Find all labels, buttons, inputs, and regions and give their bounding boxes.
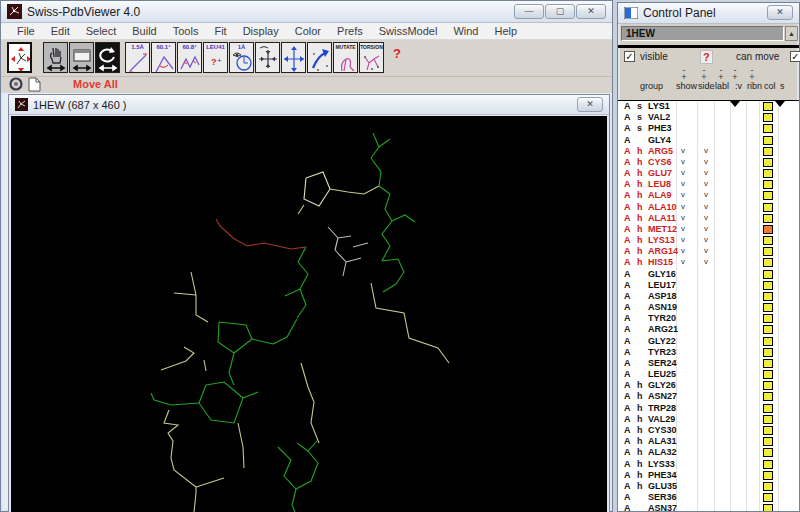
residue-row-leu17[interactable]: ALEU17 xyxy=(618,280,799,291)
residue-color-box[interactable] xyxy=(763,303,773,312)
residue-color-box[interactable] xyxy=(763,482,773,491)
residue-rname[interactable]: ALA32 xyxy=(648,447,677,457)
residue-row-tyr23[interactable]: ATYR23 xyxy=(618,347,799,358)
residue-rname[interactable]: LEU25 xyxy=(648,369,676,379)
layer-selector[interactable]: 1HEW xyxy=(621,26,784,41)
residue-color-box[interactable] xyxy=(763,404,773,413)
residue-rname[interactable]: GLU35 xyxy=(648,481,677,491)
residue-rname[interactable]: PHE34 xyxy=(648,470,677,480)
menu-fit[interactable]: Fit xyxy=(206,24,234,38)
measure-torsion-icon[interactable]: 60.8° xyxy=(177,42,202,73)
menu-tools[interactable]: Tools xyxy=(165,24,207,38)
residue-rname[interactable]: GLY4 xyxy=(648,135,671,145)
maximize-button[interactable]: ▢ xyxy=(545,4,575,19)
column-labl-toggle[interactable]: -+ xyxy=(714,67,728,81)
residue-rname[interactable]: GLU7 xyxy=(648,168,672,178)
residue-row-ala31[interactable]: AhALA31 xyxy=(618,436,799,447)
residue-color-box[interactable] xyxy=(763,203,773,212)
residue-rname[interactable]: ALA31 xyxy=(648,436,677,446)
residue-row-asn37[interactable]: AASN37 xyxy=(618,503,799,511)
residue-color-box[interactable] xyxy=(763,471,773,480)
residue-color-box[interactable] xyxy=(763,493,773,502)
new-document-icon[interactable] xyxy=(28,77,41,92)
rotate-icon[interactable] xyxy=(95,42,120,73)
pick-arrow-icon[interactable] xyxy=(307,42,332,73)
residue-row-arg21[interactable]: AARG21 xyxy=(618,324,799,335)
residue-rname[interactable]: HIS15 xyxy=(648,257,673,267)
residue-row-ser36[interactable]: ASER36 xyxy=(618,492,799,503)
residue-row-phe3[interactable]: AsPHE3 xyxy=(618,123,799,134)
residue-row-leu8[interactable]: AhLEU8vv xyxy=(618,179,799,190)
control-panel-titlebar[interactable]: Control Panel ✕ xyxy=(618,3,799,24)
menu-color[interactable]: Color xyxy=(287,24,329,38)
residue-row-gly22[interactable]: AGLY22 xyxy=(618,336,799,347)
mutate-icon[interactable]: MUTATE xyxy=(333,42,358,73)
residue-row-tyr20[interactable]: ATYR20 xyxy=(618,313,799,324)
residue-rname[interactable]: ALA11 xyxy=(648,213,676,223)
residue-rname[interactable]: LYS1 xyxy=(648,101,670,111)
residue-color-box[interactable] xyxy=(763,359,773,368)
residue-color-box[interactable] xyxy=(763,136,773,145)
residue-row-lys33[interactable]: AhLYS33 xyxy=(618,459,799,470)
residue-row-gly16[interactable]: AGLY16 xyxy=(618,269,799,280)
residue-rname[interactable]: ALA9 xyxy=(648,190,672,200)
residue-color-box[interactable] xyxy=(763,370,773,379)
residue-row-ala9[interactable]: AhALA9vv xyxy=(618,190,799,201)
residue-row-ala32[interactable]: AhALA32 xyxy=(618,447,799,458)
residue-color-box[interactable] xyxy=(763,258,773,267)
residue-row-asn19[interactable]: AASN19 xyxy=(618,302,799,313)
residue-row-trp28[interactable]: AhTRP28 xyxy=(618,403,799,414)
visible-checkbox[interactable]: ✓ xyxy=(624,51,635,62)
menu-file[interactable]: File xyxy=(9,24,43,38)
residue-color-box[interactable] xyxy=(763,381,773,390)
translate-hand-icon[interactable] xyxy=(43,42,68,73)
residue-row-ala10[interactable]: AhALA10vv xyxy=(618,202,799,213)
residue-row-arg5[interactable]: AhARG5vv xyxy=(618,146,799,157)
residue-rname[interactable]: ARG21 xyxy=(648,324,678,334)
residue-row-asp18[interactable]: AASP18 xyxy=(618,291,799,302)
column-v-toggle[interactable]: -+ xyxy=(728,67,742,81)
residue-color-box[interactable] xyxy=(763,437,773,446)
residue-row-leu25[interactable]: ALEU25 xyxy=(618,369,799,380)
structure-close-button[interactable]: ✕ xyxy=(577,97,603,112)
residue-color-box[interactable] xyxy=(763,426,773,435)
residue-color-box[interactable] xyxy=(763,124,773,133)
residue-color-box[interactable] xyxy=(763,247,773,256)
column-side-toggle[interactable]: -+ xyxy=(697,67,711,81)
minimize-button[interactable]: — xyxy=(514,4,544,19)
residue-color-box[interactable] xyxy=(763,392,773,401)
residue-rname[interactable]: SER36 xyxy=(648,492,677,502)
menu-wind[interactable]: Wind xyxy=(445,24,486,38)
label-residue-icon[interactable]: LEU41?+ xyxy=(203,42,228,73)
column-ribn-toggle[interactable]: -+ xyxy=(745,67,759,81)
residue-row-arg14[interactable]: AhARG14vv xyxy=(618,246,799,257)
residue-color-box[interactable] xyxy=(763,113,773,122)
move-molecule-icon[interactable] xyxy=(281,42,306,73)
residue-rname[interactable]: ASP18 xyxy=(648,291,677,301)
residue-color-box[interactable] xyxy=(763,325,773,334)
residue-rname[interactable]: LEU8 xyxy=(648,179,671,189)
residue-rname[interactable]: VAL2 xyxy=(648,112,670,122)
menu-swissmodel[interactable]: SwissModel xyxy=(371,24,446,38)
residue-row-glu7[interactable]: AhGLU7vv xyxy=(618,168,799,179)
residue-rname[interactable]: TYR23 xyxy=(648,347,676,357)
menu-build[interactable]: Build xyxy=(124,24,164,38)
residue-color-box[interactable] xyxy=(763,169,773,178)
residue-color-box[interactable] xyxy=(763,270,773,279)
residue-row-lys13[interactable]: AhLYS13vv xyxy=(618,235,799,246)
zoom-window-icon[interactable] xyxy=(69,42,94,73)
menu-prefs[interactable]: Prefs xyxy=(329,24,371,38)
main-titlebar[interactable]: Swiss-PdbViewer 4.0 — ▢ ✕ xyxy=(1,1,612,23)
residue-rname[interactable]: LEU17 xyxy=(648,280,676,290)
residue-color-box[interactable] xyxy=(763,225,773,234)
residue-color-box[interactable] xyxy=(763,448,773,457)
residue-rname[interactable]: LYS33 xyxy=(648,459,675,469)
residue-color-box[interactable] xyxy=(763,415,773,424)
residue-color-box[interactable] xyxy=(763,214,773,223)
move-all-mode-icon[interactable] xyxy=(7,42,32,73)
residue-rname[interactable]: MET12 xyxy=(648,224,677,234)
residue-row-phe34[interactable]: AhPHE34 xyxy=(618,470,799,481)
residue-rname[interactable]: PHE3 xyxy=(648,123,672,133)
residue-color-box[interactable] xyxy=(763,292,773,301)
residue-row-gly4[interactable]: AGLY4 xyxy=(618,135,799,146)
